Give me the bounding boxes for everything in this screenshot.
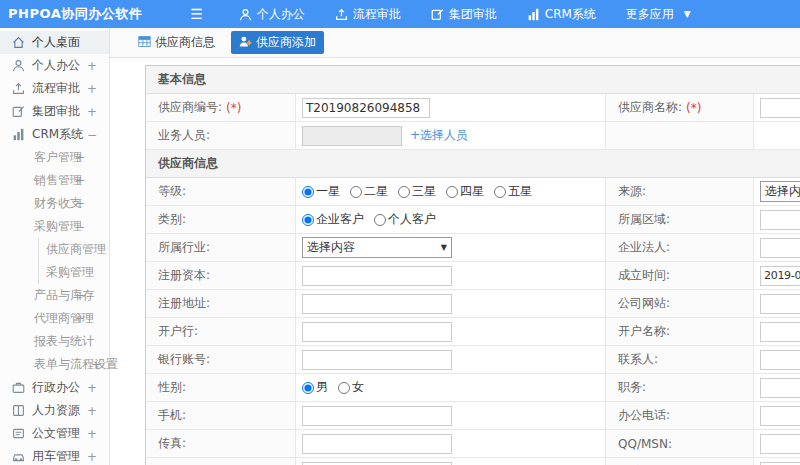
email-input[interactable] bbox=[302, 462, 452, 465]
field-label: QQ/MSN: bbox=[618, 437, 672, 451]
expand-icon[interactable]: + bbox=[87, 105, 97, 119]
app-logo: PHPOA协同办公软件 bbox=[0, 5, 142, 23]
sidebar-item-product-inventory[interactable]: 产品与库存 + bbox=[0, 284, 109, 307]
expand-icon[interactable]: + bbox=[75, 197, 85, 211]
industry-select[interactable]: 选择内容 ▼ bbox=[302, 237, 452, 258]
field-label: 业务人员: bbox=[158, 127, 210, 144]
level-radio[interactable] bbox=[398, 186, 410, 198]
supplier-name-input[interactable] bbox=[760, 98, 800, 118]
bank-account-input[interactable] bbox=[302, 350, 452, 370]
gender-radio[interactable] bbox=[302, 382, 314, 394]
sidebar-item-finance[interactable]: 财务收支 + bbox=[0, 192, 109, 215]
level-radio-group: 一星 二星 三星 四星 五星 bbox=[302, 183, 540, 200]
form-row-email-zipcode: 邮箱: 邮编: bbox=[146, 458, 800, 465]
salesperson-input bbox=[302, 126, 402, 146]
collapse-icon[interactable]: − bbox=[87, 128, 97, 142]
field-label: 企业法人: bbox=[618, 239, 670, 256]
edit-icon bbox=[431, 8, 444, 21]
expand-icon[interactable]: + bbox=[87, 59, 97, 73]
sidebar-item-admin-office[interactable]: 行政办公 + bbox=[0, 376, 109, 399]
zipcode-input[interactable] bbox=[760, 462, 800, 465]
expand-icon[interactable]: + bbox=[75, 174, 85, 188]
choose-person-link[interactable]: +选择人员 bbox=[410, 127, 468, 144]
required-mark: (*) bbox=[686, 101, 701, 115]
tab-bar: 供应商信息 供应商添加 bbox=[110, 28, 800, 58]
field-label: 办公电话: bbox=[618, 407, 670, 424]
nav-workflow-approval[interactable]: 流程审批 bbox=[335, 6, 401, 23]
supplier-add-form: 基本信息 供应商编号: (*) 供应商名称: (*) bbox=[145, 65, 800, 465]
office-phone-input[interactable] bbox=[760, 406, 800, 426]
sidebar-item-reports[interactable]: 报表与统计 bbox=[0, 330, 109, 353]
sidebar-item-human-resources[interactable]: 人力资源 + bbox=[0, 399, 109, 422]
bank-input[interactable] bbox=[302, 322, 452, 342]
registered-capital-input[interactable] bbox=[302, 266, 452, 286]
category-radio[interactable] bbox=[374, 214, 386, 226]
fax-input[interactable] bbox=[302, 434, 452, 454]
menu-toggle-icon[interactable]: ☰ bbox=[190, 6, 203, 22]
account-name-input[interactable] bbox=[760, 322, 800, 342]
registered-address-input[interactable] bbox=[302, 294, 452, 314]
expand-icon[interactable]: + bbox=[87, 427, 97, 441]
field-label: 联系人: bbox=[618, 351, 658, 368]
expand-icon[interactable]: + bbox=[75, 312, 85, 326]
upload-icon bbox=[335, 8, 348, 21]
sidebar-item-customer-mgmt[interactable]: 客户管理 + bbox=[0, 146, 109, 169]
sidebar-item-crm-system[interactable]: CRM系统 − bbox=[0, 123, 109, 146]
sidebar-item-personal-desktop[interactable]: 个人桌面 bbox=[0, 31, 109, 54]
founded-time-input[interactable] bbox=[760, 266, 800, 286]
qq-msn-input[interactable] bbox=[760, 434, 800, 454]
sidebar-item-sales-mgmt[interactable]: 销售管理 + bbox=[0, 169, 109, 192]
expand-icon[interactable]: + bbox=[91, 358, 101, 372]
sidebar-item-personal-office[interactable]: 个人办公 + bbox=[0, 54, 109, 77]
level-radio[interactable] bbox=[350, 186, 362, 198]
category-radio[interactable] bbox=[302, 214, 314, 226]
contact-input[interactable] bbox=[760, 350, 800, 370]
expand-icon[interactable]: + bbox=[87, 381, 97, 395]
sidebar-item-supplier-mgmt[interactable]: 供应商管理 bbox=[0, 238, 109, 261]
nav-group-approval[interactable]: 集团审批 bbox=[431, 6, 497, 23]
sidebar-item-group-approval[interactable]: 集团审批 + bbox=[0, 100, 109, 123]
tab-supplier-info[interactable]: 供应商信息 bbox=[132, 31, 221, 54]
home-icon bbox=[12, 36, 26, 50]
field-label: 注册资本: bbox=[158, 267, 210, 284]
sidebar-item-workflow-approval[interactable]: 流程审批 + bbox=[0, 77, 109, 100]
expand-icon[interactable]: + bbox=[87, 82, 97, 96]
field-label: 等级: bbox=[158, 183, 186, 200]
level-radio[interactable] bbox=[302, 186, 314, 198]
collapse-icon[interactable]: − bbox=[75, 220, 85, 234]
expand-icon[interactable]: + bbox=[75, 289, 85, 303]
nav-more-apps[interactable]: 更多应用 bbox=[626, 6, 674, 23]
person-icon bbox=[12, 59, 26, 73]
sidebar-item-purchase-mgmt[interactable]: 采购管理 − bbox=[0, 215, 109, 238]
position-input[interactable] bbox=[760, 378, 800, 398]
form-row-regaddress-website: 注册地址: 公司网站: bbox=[146, 290, 800, 318]
level-radio[interactable] bbox=[494, 186, 506, 198]
tab-supplier-add[interactable]: 供应商添加 bbox=[231, 31, 324, 54]
expand-icon[interactable]: + bbox=[87, 450, 97, 464]
form-row-gender-position: 性别: 男 女 职务: bbox=[146, 374, 800, 402]
form-row-bank-accountname: 开户行: 开户名称: bbox=[146, 318, 800, 346]
form-row-bankaccount-contact: 银行账号: 联系人: bbox=[146, 346, 800, 374]
level-radio[interactable] bbox=[446, 186, 458, 198]
nav-crm-system[interactable]: CRM系统 bbox=[527, 6, 596, 23]
sidebar-item-vehicle-mgmt[interactable]: 用车管理 + bbox=[0, 445, 109, 465]
source-select[interactable]: 选择内容 ▼ bbox=[760, 181, 800, 202]
legal-person-input[interactable] bbox=[760, 238, 800, 258]
sidebar-item-purchasing[interactable]: 采购管理 bbox=[0, 261, 109, 284]
mobile-input[interactable] bbox=[302, 406, 452, 426]
supplier-no-input[interactable] bbox=[302, 98, 430, 118]
website-input[interactable] bbox=[760, 294, 800, 314]
top-navbar: PHPOA协同办公软件 ☰ 个人办公 流程审批 集团审批 CRM系统 更多应用 … bbox=[0, 0, 800, 28]
main-content: 供应商信息 供应商添加 基本信息 供应商编号: (*) 供应商名称: bbox=[110, 28, 800, 465]
sidebar-item-agent-mgmt[interactable]: 代理商管理 + bbox=[0, 307, 109, 330]
required-mark: (*) bbox=[226, 101, 241, 115]
sidebar-item-document-mgmt[interactable]: 公文管理 + bbox=[0, 422, 109, 445]
field-label: 供应商名称: bbox=[618, 99, 682, 116]
expand-icon[interactable]: + bbox=[87, 404, 97, 418]
field-label: 公司网站: bbox=[618, 295, 670, 312]
gender-radio[interactable] bbox=[338, 382, 350, 394]
expand-icon[interactable]: + bbox=[75, 151, 85, 165]
nav-personal-office[interactable]: 个人办公 bbox=[239, 6, 305, 23]
sidebar-item-form-flow-settings[interactable]: 表单与流程设置 + bbox=[0, 353, 109, 376]
region-input[interactable] bbox=[760, 210, 800, 230]
